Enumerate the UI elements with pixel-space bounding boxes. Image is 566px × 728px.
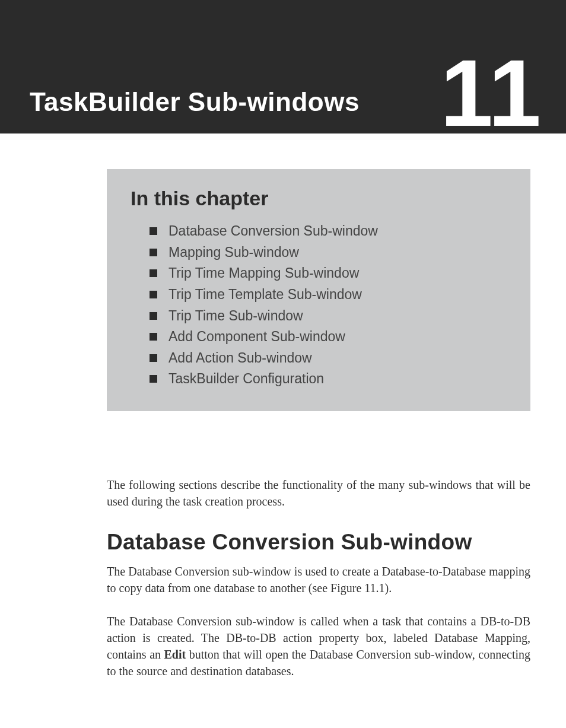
in-this-chapter-box: In this chapter Database Conversion Sub-… xyxy=(107,169,530,411)
chapter-header: TaskBuilder Sub-windows 11 xyxy=(0,0,566,133)
in-this-chapter-list: Database Conversion Sub-window Mapping S… xyxy=(131,221,513,390)
list-item: Trip Time Mapping Sub-window xyxy=(150,263,513,284)
in-this-chapter-heading: In this chapter xyxy=(131,187,513,210)
list-item: Add Component Sub-window xyxy=(150,326,513,348)
list-item: Database Conversion Sub-window xyxy=(150,221,513,242)
list-item: Trip Time Template Sub-window xyxy=(150,284,513,306)
list-item: Add Action Sub-window xyxy=(150,348,513,369)
body-paragraph-1: The Database Conversion sub-window is us… xyxy=(107,563,530,596)
body-paragraph-2: The Database Conversion sub-window is ca… xyxy=(107,613,530,679)
para2-bold: Edit xyxy=(164,648,186,661)
intro-paragraph: The following sections describe the func… xyxy=(107,476,530,510)
chapter-number: 11 xyxy=(440,58,536,129)
section-heading: Database Conversion Sub-window xyxy=(107,530,530,555)
list-item: TaskBuilder Configuration xyxy=(150,368,513,390)
content-area: In this chapter Database Conversion Sub-… xyxy=(0,133,566,728)
list-item: Trip Time Sub-window xyxy=(150,306,513,327)
list-item: Mapping Sub-window xyxy=(150,242,513,263)
chapter-title: TaskBuilder Sub-windows xyxy=(30,87,360,117)
